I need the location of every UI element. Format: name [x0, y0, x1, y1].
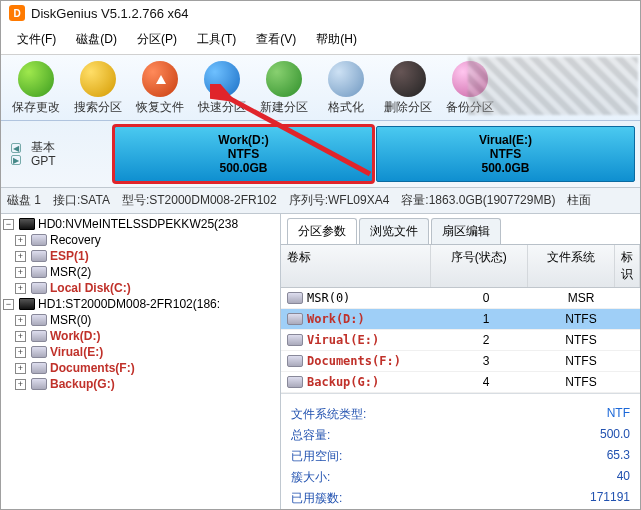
- drive-icon: [287, 292, 303, 304]
- tree-row[interactable]: +ESP(1): [1, 248, 280, 264]
- app-logo-icon: D: [9, 5, 25, 21]
- recover-icon: [142, 61, 178, 97]
- tab-params[interactable]: 分区参数: [287, 218, 357, 244]
- tree-label: Recovery: [50, 233, 101, 247]
- menu-view[interactable]: 查看(V): [246, 27, 306, 52]
- tool-recover[interactable]: 恢复文件: [129, 59, 191, 120]
- tree-row[interactable]: +Work(D:): [1, 328, 280, 344]
- save-icon: [18, 61, 54, 97]
- nav-left-icon[interactable]: ◀: [11, 143, 21, 153]
- tab-bar: 分区参数 浏览文件 扇区编辑: [281, 214, 640, 245]
- menu-partition[interactable]: 分区(P): [127, 27, 187, 52]
- col-fs[interactable]: 文件系统: [528, 245, 615, 287]
- tool-quick-label: 快速分区: [191, 99, 253, 116]
- tree-label: MSR(2): [50, 265, 91, 279]
- tab-sector[interactable]: 扇区编辑: [431, 218, 501, 244]
- expander-icon[interactable]: +: [15, 283, 26, 294]
- tree-row[interactable]: +Local Disk(C:): [1, 280, 280, 296]
- hdd-icon: [19, 298, 35, 310]
- partition-fs: NTFS: [490, 147, 521, 161]
- expander-icon[interactable]: +: [15, 251, 26, 262]
- titlebar: D DiskGenius V5.1.2.766 x64: [1, 1, 640, 25]
- col-seq[interactable]: 序号(状态): [431, 245, 528, 287]
- table-row[interactable]: Documents(F:)3NTFS: [281, 351, 640, 372]
- table-row[interactable]: Backup(G:)4NTFS: [281, 372, 640, 393]
- menu-file[interactable]: 文件(F): [7, 27, 66, 52]
- drive-icon: [31, 346, 47, 358]
- expander-icon[interactable]: −: [3, 219, 14, 230]
- tree-label: HD1:ST2000DM008-2FR102(186:: [38, 297, 220, 311]
- vol-name: MSR(0): [307, 291, 350, 305]
- vol-name: Backup(G:): [307, 375, 379, 389]
- col-flag[interactable]: 标识: [615, 245, 640, 287]
- expander-icon[interactable]: +: [15, 315, 26, 326]
- fs-type-label: 文件系统类型:: [291, 406, 381, 423]
- status-iface: 接口:SATA: [53, 192, 110, 209]
- tree-label: HD0:NVMeINTELSSDPEKKW25(238: [38, 217, 238, 231]
- vol-name: Work(D:): [307, 312, 365, 326]
- tool-new[interactable]: 新建分区: [253, 59, 315, 120]
- tree-row[interactable]: +MSR(0): [1, 312, 280, 328]
- menu-disk[interactable]: 磁盘(D): [66, 27, 127, 52]
- disk-visual-bar: ◀ ▶ 基本 GPT Work(D:) NTFS 500.0GB Virual(…: [1, 121, 640, 188]
- drive-icon: [31, 378, 47, 390]
- vol-fs: NTFS: [536, 372, 626, 392]
- quick-partition-icon: [204, 61, 240, 97]
- tree-row[interactable]: −HD1:ST2000DM008-2FR102(186:: [1, 296, 280, 312]
- expander-icon[interactable]: +: [15, 331, 26, 342]
- drive-icon: [31, 266, 47, 278]
- new-partition-icon: [266, 61, 302, 97]
- tool-quick[interactable]: 快速分区: [191, 59, 253, 120]
- disk-sidebar: ◀ ▶ 基本 GPT: [5, 125, 113, 183]
- tree-row[interactable]: −HD0:NVMeINTELSSDPEKKW25(238: [1, 216, 280, 232]
- table-row[interactable]: Work(D:)1NTFS: [281, 309, 640, 330]
- tree-row[interactable]: +MSR(2): [1, 264, 280, 280]
- expander-icon[interactable]: +: [15, 347, 26, 358]
- files-value: 171191: [590, 490, 630, 507]
- tree-row[interactable]: +Documents(F:): [1, 360, 280, 376]
- window-title: DiskGenius V5.1.2.766 x64: [31, 6, 189, 21]
- expander-icon[interactable]: −: [3, 299, 14, 310]
- status-capacity: 容量:1863.0GB(1907729MB): [401, 192, 555, 209]
- expander-icon[interactable]: +: [15, 267, 26, 278]
- expander-icon[interactable]: +: [15, 363, 26, 374]
- partition-detail-panel: 文件系统类型: NTF 总容量: 500.0 已用空间: 65.3 簇大小: 4…: [281, 393, 640, 509]
- vol-seq: 4: [436, 372, 536, 392]
- expander-icon[interactable]: +: [15, 379, 26, 390]
- partition-visual-list: Work(D:) NTFS 500.0GB Virual(E:) NTFS 50…: [113, 125, 636, 183]
- tool-search[interactable]: 搜索分区: [67, 59, 129, 120]
- disk-type-gpt: GPT: [31, 154, 56, 168]
- tool-save[interactable]: 保存更改: [5, 59, 67, 120]
- table-row[interactable]: Virual(E:)2NTFS: [281, 330, 640, 351]
- vol-seq: 1: [436, 309, 536, 329]
- tree-label: Virual(E:): [50, 345, 103, 359]
- search-icon: [80, 61, 116, 97]
- tree-label: Documents(F:): [50, 361, 135, 375]
- drive-icon: [31, 362, 47, 374]
- vol-fs: NTFS: [536, 351, 626, 371]
- tree-row[interactable]: +Backup(G:): [1, 376, 280, 392]
- vol-fs: MSR: [536, 288, 626, 308]
- tree-label: MSR(0): [50, 313, 91, 327]
- drive-icon: [31, 314, 47, 326]
- menu-help[interactable]: 帮助(H): [306, 27, 367, 52]
- tab-browse[interactable]: 浏览文件: [359, 218, 429, 244]
- tree-label: ESP(1): [50, 249, 89, 263]
- menu-tools[interactable]: 工具(T): [187, 27, 246, 52]
- expander-icon[interactable]: +: [15, 235, 26, 246]
- tool-new-label: 新建分区: [253, 99, 315, 116]
- vol-fs: NTFS: [536, 309, 626, 329]
- tool-delete[interactable]: 删除分区: [377, 59, 439, 120]
- partition-block-work[interactable]: Work(D:) NTFS 500.0GB: [114, 126, 373, 182]
- nav-right-icon[interactable]: ▶: [11, 155, 21, 165]
- partition-block-virual[interactable]: Virual(E:) NTFS 500.0GB: [376, 126, 635, 182]
- tree-label: Backup(G:): [50, 377, 115, 391]
- tool-delete-label: 删除分区: [377, 99, 439, 116]
- table-row[interactable]: MSR(0)0MSR: [281, 288, 640, 309]
- tool-format[interactable]: 格式化: [315, 59, 377, 120]
- total-label: 总容量:: [291, 427, 381, 444]
- tree-row[interactable]: +Recovery: [1, 232, 280, 248]
- partition-size: 500.0GB: [481, 161, 529, 175]
- col-volume[interactable]: 卷标: [281, 245, 431, 287]
- tree-row[interactable]: +Virual(E:): [1, 344, 280, 360]
